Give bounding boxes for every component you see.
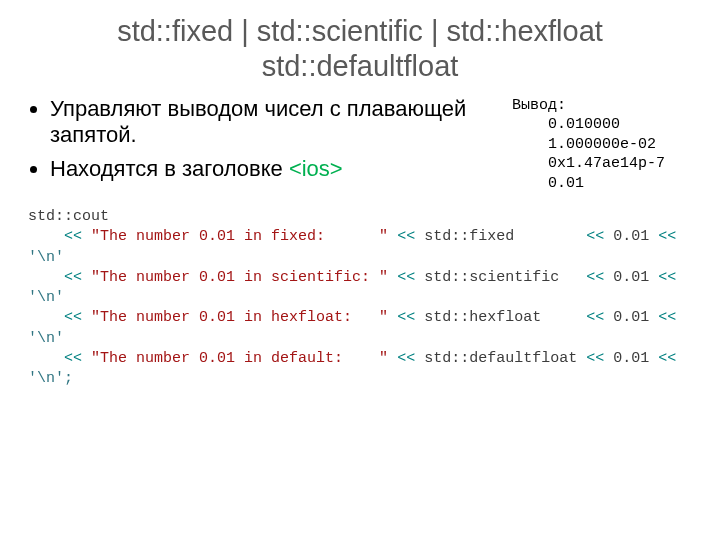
code-op: << xyxy=(64,228,82,245)
code-token: std::fixed xyxy=(424,228,577,245)
bullet-list: Управляют выводом чисел с плавающей запя… xyxy=(28,96,502,183)
code-number: 0.01 xyxy=(613,269,649,286)
output-line: 0.010000 xyxy=(512,116,620,133)
code-block: std::cout << "The number 0.01 in fixed: … xyxy=(28,207,692,389)
ios-tag: <ios> xyxy=(289,156,343,181)
output-line: 0.01 xyxy=(512,175,584,192)
code-token: std::defaultfloat xyxy=(424,350,577,367)
code-string: "The number 0.01 in hexfloat: " xyxy=(91,309,388,326)
slide-title: std::fixed | std::scientific | std::hexf… xyxy=(28,14,692,84)
bullet-item: Находятся в заголовке <ios> xyxy=(50,156,502,182)
code-op: << xyxy=(586,309,604,326)
code-op: << xyxy=(64,309,82,326)
code-string: "The number 0.01 in default: " xyxy=(91,350,388,367)
title-line-1: std::fixed | std::scientific | std::hexf… xyxy=(117,15,603,47)
output-block: Вывод: 0.010000 1.000000e-02 0x1.47ae14p… xyxy=(512,96,692,194)
code-newline: '\n' xyxy=(28,330,64,347)
code-op: << xyxy=(397,309,415,326)
code-op: << xyxy=(658,350,676,367)
code-number: 0.01 xyxy=(613,228,649,245)
code-op: << xyxy=(658,228,676,245)
bullet-item: Управляют выводом чисел с плавающей запя… xyxy=(50,96,502,149)
code-op: << xyxy=(64,269,82,286)
code-op: << xyxy=(658,269,676,286)
title-line-2: std::defaultfloat xyxy=(262,50,459,82)
code-op: << xyxy=(397,350,415,367)
code-number: 0.01 xyxy=(613,350,649,367)
output-line: 0x1.47ae14p-7 xyxy=(512,155,665,172)
code-op: << xyxy=(397,228,415,245)
bullet-text: Находятся в заголовке xyxy=(50,156,289,181)
slide: std::fixed | std::scientific | std::hexf… xyxy=(0,0,720,540)
content-row: Управляют выводом чисел с плавающей запя… xyxy=(28,96,692,194)
code-newline: '\n'; xyxy=(28,370,73,387)
code-op: << xyxy=(586,269,604,286)
code-op: << xyxy=(658,309,676,326)
code-token: std::cout xyxy=(28,208,109,225)
code-op: << xyxy=(586,350,604,367)
code-newline: '\n' xyxy=(28,289,64,306)
code-string: "The number 0.01 in fixed: " xyxy=(91,228,388,245)
code-op: << xyxy=(586,228,604,245)
code-token: std::hexfloat xyxy=(424,309,577,326)
bullet-text: Управляют выводом чисел с плавающей запя… xyxy=(50,96,466,147)
bullets-column: Управляют выводом чисел с плавающей запя… xyxy=(28,96,502,194)
code-string: "The number 0.01 in scientific: " xyxy=(91,269,388,286)
code-op: << xyxy=(64,350,82,367)
code-number: 0.01 xyxy=(613,309,649,326)
output-line: 1.000000e-02 xyxy=(512,136,656,153)
output-header: Вывод: xyxy=(512,97,566,114)
output-column: Вывод: 0.010000 1.000000e-02 0x1.47ae14p… xyxy=(502,96,692,194)
code-op: << xyxy=(397,269,415,286)
code-newline: '\n' xyxy=(28,249,64,266)
code-token: std::scientific xyxy=(424,269,577,286)
